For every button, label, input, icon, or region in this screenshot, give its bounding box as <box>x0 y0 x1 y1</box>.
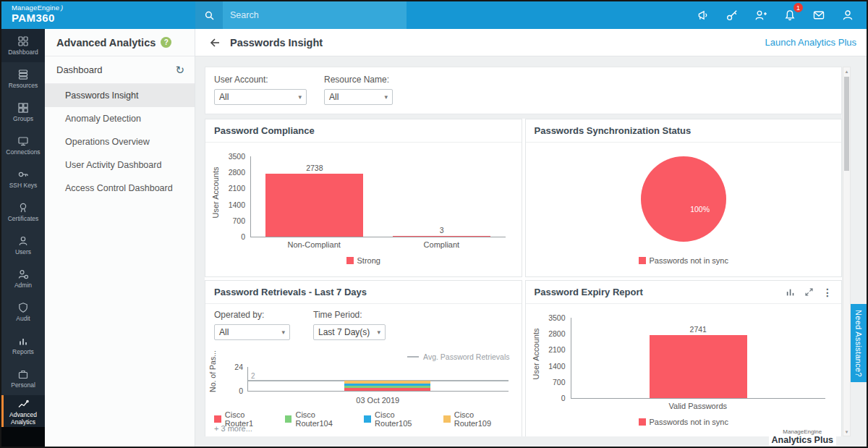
ssh-keys-icon <box>17 169 29 180</box>
sidebar-item-users[interactable]: Users <box>1 229 45 262</box>
legend-swatch <box>364 415 371 423</box>
legend-swatch <box>285 415 292 423</box>
sidebar-item-admin[interactable]: Admin <box>1 262 45 295</box>
subsidebar-item[interactable]: Anomaly Detection <box>45 107 195 130</box>
legend-item[interactable]: Cisco Router104 <box>285 410 354 428</box>
legend-item[interactable]: Cisco Router109 <box>443 410 513 428</box>
chart-legend: Cisco Router1Cisco Router104Cisco Router… <box>214 410 513 428</box>
key-icon[interactable] <box>723 7 741 24</box>
resource-name-value: All <box>329 92 339 102</box>
plot-area: 27383 07001400210028003500 <box>250 156 506 237</box>
sidebar-item-personal[interactable]: Personal <box>1 362 45 395</box>
logo-product: Analytics Plus <box>772 436 833 446</box>
connections-icon <box>17 135 29 147</box>
time-period-select[interactable]: Last 7 Day(s) <box>313 324 386 340</box>
bar-column: 2741 <box>571 318 826 398</box>
admin-icon <box>17 269 29 280</box>
bar-column: 3 <box>378 156 506 237</box>
subsidebar-section-dashboard[interactable]: Dashboard ↻ <box>45 56 195 84</box>
panel-title: Password Retrievals - Last 7 Days <box>214 287 367 297</box>
panel-title: Password Compliance <box>214 125 315 136</box>
legend-swatch <box>639 257 646 264</box>
flame-icon: ) <box>60 4 64 11</box>
sidebar-item-audit[interactable]: Audit <box>1 295 45 329</box>
panel-header: Passwords Synchronization Status <box>526 119 842 143</box>
legend-item[interactable]: Passwords not in sync <box>639 256 728 265</box>
x-axis-tick-label: Compliant <box>378 240 505 249</box>
password-expiry-chart: User Accounts 2741 07001400210028003500 … <box>526 305 842 436</box>
user-icon[interactable] <box>839 7 856 24</box>
announcement-icon[interactable] <box>694 7 712 24</box>
panel-header: Password Expiry Report ⋮ <box>526 281 842 304</box>
subsidebar-item[interactable]: Passwords Insight <box>45 84 195 107</box>
y-axis-label: No. of Pas... <box>208 342 217 400</box>
kebab-menu-icon[interactable]: ⋮ <box>822 287 833 297</box>
sidebar-item-label: Connections <box>6 149 40 156</box>
sidebar-item-connections[interactable]: Connections <box>1 129 45 162</box>
panel-title: Password Expiry Report <box>535 287 643 297</box>
scroll-down-arrow-icon[interactable]: ▾ <box>843 428 850 436</box>
y-axis-tick: 1400 <box>548 362 565 371</box>
bar-value-label: 2738 <box>306 164 323 172</box>
sidebar-item-dashboard[interactable]: Dashboard <box>1 29 45 62</box>
time-period-value: Last 7 Day(s) <box>318 327 370 337</box>
expand-icon[interactable] <box>804 287 814 297</box>
chart-type-icon[interactable] <box>786 287 796 297</box>
vertical-scrollbar[interactable]: ▴ ▾ <box>843 67 851 436</box>
sidebar-item-label: Reports <box>12 349 34 356</box>
panel-title: Passwords Synchronization Status <box>535 125 692 136</box>
pie-slice[interactable]: 100% <box>641 156 726 242</box>
scrollbar-thumb[interactable] <box>844 77 849 171</box>
bar[interactable] <box>265 174 363 237</box>
groups-icon <box>17 102 29 114</box>
help-icon[interactable]: ? <box>161 37 171 48</box>
legend-item[interactable]: Cisco Router105 <box>364 410 433 428</box>
subsidebar-item[interactable]: Operations Overview <box>45 130 195 153</box>
panel-password-expiry: Password Expiry Report ⋮ User Accounts 2… <box>525 280 843 436</box>
resource-name-select[interactable]: All <box>324 89 393 105</box>
sidebar-item-groups[interactable]: Groups <box>1 96 45 129</box>
bar[interactable] <box>393 236 490 237</box>
back-arrow-icon[interactable] <box>208 37 221 48</box>
user-account-select[interactable]: All <box>214 89 307 105</box>
panel-header: Password Compliance <box>205 119 522 143</box>
time-period-filter: Time Period: Last 7 Day(s) <box>313 310 386 340</box>
sidebar-item-resources[interactable]: Resources <box>1 62 45 96</box>
y-axis-tick: 2100 <box>548 345 565 354</box>
legend-item[interactable]: Passwords not in sync <box>639 418 728 426</box>
notifications-icon[interactable]: 1 <box>781 7 799 24</box>
stacked-bar[interactable] <box>344 381 430 391</box>
search-input[interactable] <box>223 10 407 20</box>
reports-icon <box>17 335 29 347</box>
sidebar-item-label: SSH Keys <box>9 182 38 190</box>
user-account-label: User Account: <box>214 75 307 85</box>
scroll-up-arrow-icon[interactable]: ▴ <box>843 67 850 75</box>
sidebar-item-reports[interactable]: Reports <box>1 329 45 362</box>
search-icon[interactable] <box>195 1 223 29</box>
subsidebar-item[interactable]: User Activity Dashboard <box>45 153 195 177</box>
legend-more-link[interactable]: + 3 more... <box>214 424 252 433</box>
subsidebar-header: Advanced Analytics ? <box>45 29 195 56</box>
operated-by-label: Operated by: <box>214 310 290 320</box>
avg-line-legend[interactable]: Avg. Password Retrievals <box>407 352 509 361</box>
add-user-icon[interactable] <box>752 7 770 24</box>
refresh-icon[interactable]: ↻ <box>175 64 184 77</box>
operated-by-select[interactable]: All <box>214 324 290 340</box>
need-assistance-tab[interactable]: Need Assistance? <box>851 304 867 382</box>
mail-icon[interactable] <box>810 7 827 24</box>
legend-swatch <box>214 415 221 423</box>
brand-logo[interactable]: ManageEngine) PAM360 <box>1 1 195 29</box>
pie-value-label: 100% <box>690 205 710 214</box>
bar[interactable] <box>650 335 747 398</box>
sidebar-item-ssh-keys[interactable]: SSH Keys <box>1 162 45 195</box>
legend-item[interactable]: Strong <box>346 256 380 265</box>
launch-analytics-plus-link[interactable]: Launch Analytics Plus <box>765 37 856 48</box>
x-axis-labels: Non-CompliantCompliant <box>250 240 506 249</box>
panel-password-retrievals: Password Retrievals - Last 7 Days Operat… <box>205 280 522 436</box>
password-retrievals-chart: Avg. Password Retrievals No. of Pas... 2… <box>205 357 522 436</box>
sidebar-item-certificates[interactable]: Certificates <box>1 195 45 229</box>
subsidebar-item[interactable]: Access Control Dashboard <box>45 177 195 200</box>
bars: 2741 <box>571 318 826 398</box>
sidebar-item-advanced-analytics[interactable]: Advanced Analytics <box>1 395 45 428</box>
subsidebar-title: Advanced Analytics <box>56 37 156 48</box>
